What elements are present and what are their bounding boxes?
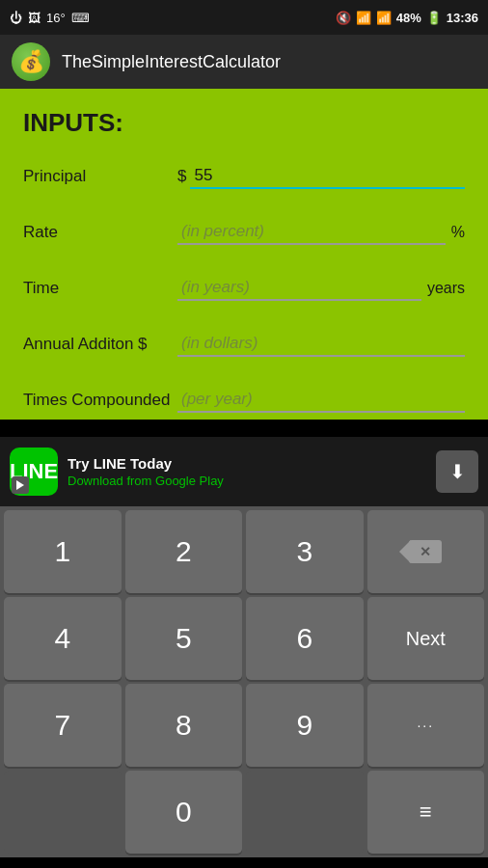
rate-label: Rate (23, 223, 177, 242)
menu-key[interactable]: ≡ (367, 771, 485, 854)
usb-icon: ⏻ (10, 11, 22, 25)
rate-input[interactable] (177, 220, 446, 245)
numeric-keyboard: 1 2 3 ✕ 4 5 6 Next 7 8 9 ··· 0 ≡ (0, 506, 488, 857)
key-9[interactable]: 9 (246, 684, 364, 767)
time-unit: years (427, 280, 465, 297)
principal-currency-symbol: $ (177, 167, 186, 186)
rate-row: Rate % (23, 213, 465, 252)
signal-icon: 📶 (376, 11, 392, 25)
app-icon: 💰 (12, 42, 50, 81)
mute-icon: 🔇 (336, 11, 351, 25)
app-title: TheSimpleInterestCalculator (62, 52, 281, 72)
key-1[interactable]: 1 (4, 510, 122, 593)
main-content: INPUTS: Principal $ Rate % Time years An… (0, 89, 488, 420)
temperature-badge: 16° (46, 11, 66, 25)
key-0[interactable]: 0 (125, 771, 243, 854)
status-left-icons: ⏻ 🖼 16° ⌨ (10, 11, 90, 25)
settings-key[interactable]: ··· (367, 684, 485, 767)
time-label: Time (23, 279, 177, 298)
times-compounded-input[interactable] (177, 388, 465, 413)
title-bar: 💰 TheSimpleInterestCalculator (0, 35, 488, 89)
key-3[interactable]: 3 (246, 510, 364, 593)
principal-input[interactable] (190, 164, 465, 189)
key-spacer-left (4, 771, 122, 854)
backspace-key[interactable]: ✕ (367, 510, 485, 593)
download-arrow-icon: ⬇ (449, 460, 466, 483)
status-right-icons: 🔇 📶 📶 48% 🔋 13:36 (336, 11, 478, 25)
time-row: Time years (23, 269, 465, 308)
status-bar: ⏻ 🖼 16° ⌨ 🔇 📶 📶 48% 🔋 13:36 (0, 0, 488, 35)
ad-download-button[interactable]: ⬇ (436, 450, 478, 493)
key-4[interactable]: 4 (4, 597, 122, 680)
ad-subtitle: Download from Google Play (68, 474, 426, 488)
keyboard-icon: ⌨ (71, 11, 90, 25)
annual-addition-label: Annual Additon $ (23, 335, 177, 354)
times-compounded-row: Times Compounded (23, 381, 465, 420)
key-2[interactable]: 2 (125, 510, 243, 593)
time-input[interactable] (177, 276, 421, 301)
times-compounded-label: Times Compounded (23, 391, 177, 410)
next-key[interactable]: Next (367, 597, 485, 680)
wifi-icon: 📶 (356, 11, 371, 25)
battery-icon: 🔋 (426, 11, 442, 25)
inputs-section-label: INPUTS: (23, 108, 465, 138)
key-6[interactable]: 6 (246, 597, 364, 680)
key-5[interactable]: 5 (125, 597, 243, 680)
clock: 13:36 (447, 11, 478, 25)
battery-percent: 48% (396, 11, 421, 25)
key-8[interactable]: 8 (125, 684, 243, 767)
ad-banner[interactable]: LINE Try LINE Today Download from Google… (0, 437, 488, 506)
key-7[interactable]: 7 (4, 684, 122, 767)
principal-label: Principal (23, 167, 177, 186)
ad-text-block: Try LINE Today Download from Google Play (68, 455, 426, 488)
annual-addition-row: Annual Additon $ (23, 325, 465, 364)
line-ad-icon: LINE (10, 448, 58, 496)
play-indicator (12, 476, 29, 494)
principal-row: Principal $ (23, 157, 465, 196)
photo-icon: 🖼 (28, 11, 41, 25)
key-spacer-right (246, 771, 364, 854)
rate-unit: % (451, 224, 465, 241)
ad-title: Try LINE Today (68, 455, 426, 472)
annual-addition-input[interactable] (177, 332, 465, 357)
